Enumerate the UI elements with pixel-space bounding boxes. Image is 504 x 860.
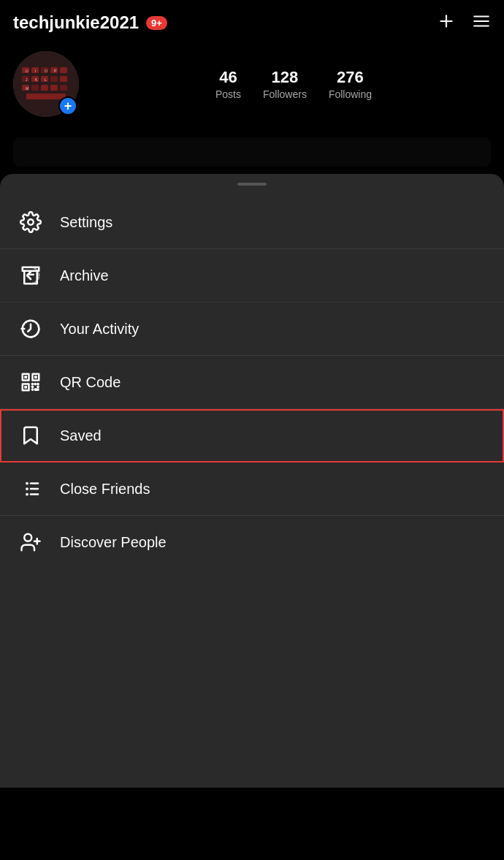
- menu-item-discover-people[interactable]: Discover People: [0, 516, 504, 568]
- stat-following[interactable]: 276 Following: [329, 68, 372, 100]
- followers-count: 128: [272, 68, 299, 87]
- svg-rect-36: [24, 376, 27, 378]
- menu-list: Settings Archive: [0, 190, 504, 574]
- menu-item-close-friends[interactable]: Close Friends: [0, 463, 504, 516]
- header-icons: [437, 12, 491, 34]
- notification-badge: 9+: [146, 16, 167, 30]
- archive-icon: [18, 262, 44, 289]
- svg-rect-18: [41, 85, 48, 91]
- svg-point-52: [24, 534, 31, 541]
- avatar-wrapper: U I O P J K L M +: [13, 51, 79, 117]
- drag-handle: [237, 183, 267, 186]
- settings-label: Settings: [60, 214, 112, 231]
- your-activity-label: Your Activity: [60, 321, 139, 338]
- archive-label: Archive: [60, 267, 109, 284]
- sheet-handle: [0, 174, 504, 190]
- qr-code-label: QR Code: [60, 374, 121, 391]
- svg-text:M: M: [26, 86, 28, 91]
- discover-people-label: Discover People: [60, 534, 167, 551]
- posts-count: 46: [219, 68, 237, 87]
- hamburger-menu-icon[interactable]: [472, 12, 491, 34]
- svg-rect-14: [50, 76, 58, 82]
- profile-section: U I O P J K L M + 46 Posts 128 Followers…: [0, 41, 504, 130]
- saved-label: Saved: [60, 427, 102, 444]
- following-label: Following: [329, 88, 372, 100]
- add-post-icon[interactable]: [437, 12, 456, 34]
- following-count: 276: [337, 68, 364, 87]
- menu-item-qr-code[interactable]: QR Code: [0, 356, 504, 409]
- close-friends-label: Close Friends: [60, 481, 150, 498]
- svg-rect-37: [34, 376, 37, 378]
- svg-rect-38: [24, 386, 27, 389]
- svg-rect-10: [60, 67, 67, 73]
- svg-rect-17: [31, 85, 39, 91]
- top-header: techjunkie2021 9+: [0, 0, 504, 41]
- settings-icon: [18, 209, 44, 235]
- stats-row: 46 Posts 128 Followers 276 Following: [96, 68, 491, 100]
- avatar-add-button[interactable]: +: [58, 96, 77, 115]
- bottom-sheet: Settings Archive: [0, 174, 504, 788]
- svg-point-30: [28, 219, 34, 225]
- svg-rect-20: [60, 85, 67, 91]
- activity-icon: [18, 316, 44, 342]
- discover-people-icon: [18, 529, 44, 555]
- menu-item-archive[interactable]: Archive: [0, 249, 504, 302]
- stat-posts[interactable]: 46 Posts: [215, 68, 241, 100]
- menu-item-saved[interactable]: Saved: [0, 409, 504, 463]
- svg-text:O: O: [45, 69, 47, 73]
- bookmark-icon: [18, 422, 44, 449]
- menu-item-settings[interactable]: Settings: [0, 196, 504, 249]
- svg-rect-21: [26, 94, 66, 99]
- followers-label: Followers: [263, 88, 307, 100]
- username: techjunkie2021: [13, 12, 139, 33]
- qr-code-icon: [18, 369, 44, 395]
- profile-edit-bar: [13, 137, 491, 167]
- close-friends-icon: [18, 476, 44, 502]
- menu-item-your-activity[interactable]: Your Activity: [0, 302, 504, 356]
- svg-text:I: I: [35, 69, 36, 73]
- svg-rect-15: [60, 76, 67, 82]
- username-row: techjunkie2021 9+: [13, 12, 167, 33]
- posts-label: Posts: [215, 88, 241, 100]
- stat-followers[interactable]: 128 Followers: [263, 68, 307, 100]
- svg-text:U: U: [26, 69, 28, 73]
- svg-text:L: L: [45, 77, 47, 82]
- svg-rect-19: [50, 85, 58, 91]
